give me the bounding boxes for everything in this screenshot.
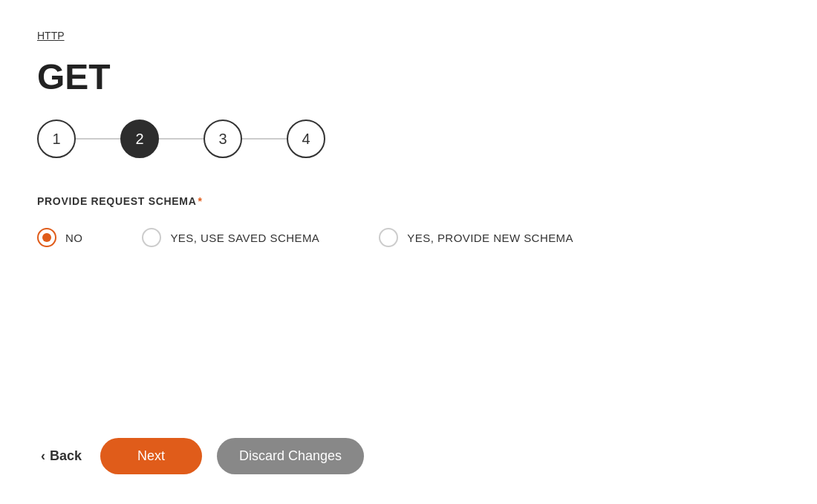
step-3[interactable]: 3 — [204, 120, 242, 158]
step-connector-2 — [159, 138, 204, 140]
step-2[interactable]: 2 — [120, 120, 159, 158]
back-chevron-icon: ‹ — [41, 448, 45, 464]
radio-label-saved-schema: YES, USE SAVED SCHEMA — [170, 232, 319, 244]
step-1[interactable]: 1 — [37, 120, 76, 158]
radio-option-new-schema[interactable]: YES, PROVIDE NEW SCHEMA — [379, 228, 573, 247]
step-4[interactable]: 4 — [287, 120, 325, 158]
radio-circle-new-schema[interactable] — [379, 228, 398, 247]
required-star: * — [198, 195, 203, 207]
discard-changes-button[interactable]: Discard Changes — [217, 438, 364, 474]
breadcrumb[interactable]: HTTP — [37, 30, 780, 42]
radio-option-no[interactable]: NO — [37, 228, 82, 247]
radio-label-new-schema: YES, PROVIDE NEW SCHEMA — [407, 232, 573, 244]
actions-bar: ‹ Back Next Discard Changes — [37, 438, 364, 474]
radio-circle-no[interactable] — [37, 228, 56, 247]
back-button[interactable]: ‹ Back — [37, 441, 85, 471]
step-connector-3 — [242, 138, 287, 140]
radio-circle-saved-schema[interactable] — [142, 228, 161, 247]
method-title: GET — [37, 56, 780, 97]
radio-option-saved-schema[interactable]: YES, USE SAVED SCHEMA — [142, 228, 319, 247]
stepper: 1 2 3 4 — [37, 120, 780, 158]
radio-group: NO YES, USE SAVED SCHEMA YES, PROVIDE NE… — [37, 228, 780, 247]
radio-label-no: NO — [65, 232, 82, 244]
page-container: HTTP GET 1 2 3 4 PROVIDE REQUEST SCHEMA*… — [0, 0, 817, 504]
next-button[interactable]: Next — [100, 438, 202, 474]
schema-section-label: PROVIDE REQUEST SCHEMA* — [37, 195, 780, 207]
step-connector-1 — [76, 138, 120, 140]
